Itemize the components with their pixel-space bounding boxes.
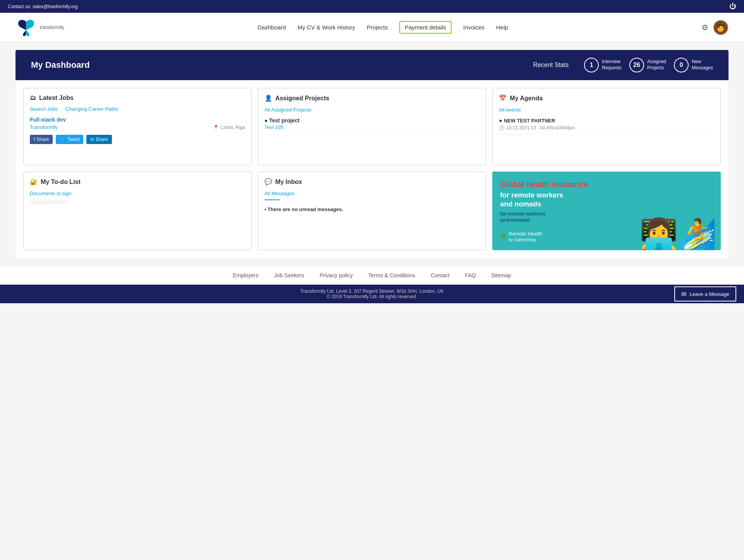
my-agenda-title: 📅 My Agenda bbox=[499, 94, 714, 102]
envelope-icon: ✉ bbox=[681, 290, 686, 297]
safetywing-icon: 🌿 bbox=[500, 234, 506, 239]
top-bar: Contact us: sales@tranformify.org ⏻ bbox=[0, 0, 744, 13]
logo-area: transformify bbox=[15, 17, 64, 38]
footer-privacy[interactable]: Privacy policy bbox=[320, 272, 353, 278]
ad-illustration: 👩‍💻🏄 bbox=[639, 219, 717, 250]
stat-badges: 1 InterviewRequests 26 AssignedProjects … bbox=[584, 58, 713, 72]
facebook-share-button[interactable]: f Share bbox=[30, 135, 53, 144]
agenda-time: 🕐 10.11.2021 13 : 00 Africa/Abidjan bbox=[499, 125, 714, 131]
nav-projects[interactable]: Projects bbox=[367, 24, 388, 31]
briefcase-icon: 🗂 bbox=[30, 94, 36, 101]
footer-address: Transformify Ltd. Level 3, 207 Regent St… bbox=[4, 289, 740, 294]
contact-text: Contact us: sales@tranformify.org bbox=[8, 4, 78, 9]
main-content: 🗂 Latest Jobs Search Jobs Changing Caree… bbox=[15, 80, 729, 258]
footer-copyright: © 2018 Transformify Ltd. All rights rese… bbox=[4, 294, 740, 299]
linkedin-share-button[interactable]: in Share bbox=[86, 135, 112, 144]
footer-terms[interactable]: Terms & Conditions bbox=[368, 272, 415, 278]
assigned-projects-card: 👤 Assigned Projects All Assigned Project… bbox=[258, 88, 486, 165]
fb-icon: f bbox=[34, 137, 35, 142]
ad-card[interactable]: Global health insurance for remote worke… bbox=[492, 172, 721, 250]
nav-dashboard[interactable]: Dashboard bbox=[258, 24, 286, 31]
bottom-grid: 🔐 My To-do List Documents to sign xxxxxx… bbox=[23, 172, 721, 250]
footer-contact[interactable]: Contact bbox=[431, 272, 449, 278]
latest-jobs-title: 🗂 Latest Jobs bbox=[30, 94, 245, 101]
all-messages-link[interactable]: All Messages bbox=[265, 191, 294, 196]
person-icon: 👤 bbox=[265, 94, 272, 102]
bullet: ● bbox=[265, 117, 269, 124]
latest-jobs-card: 🗂 Latest Jobs Search Jobs Changing Caree… bbox=[23, 88, 252, 165]
social-buttons: f Share 🐦 Tweet in Share bbox=[30, 135, 245, 144]
nav-help[interactable]: Help bbox=[496, 24, 508, 31]
stat-badge-messages: 0 NewMessages bbox=[674, 58, 713, 72]
job-title: Full-stack dev bbox=[30, 117, 245, 123]
nav-cv[interactable]: My CV & Work History bbox=[297, 24, 355, 31]
footer-sitemap[interactable]: Sitemap bbox=[491, 272, 511, 278]
no-messages: • There are no unread messages. bbox=[265, 206, 480, 212]
avatar[interactable]: 🧑 bbox=[713, 20, 729, 35]
footer-job-seekers[interactable]: Job Seekers bbox=[274, 272, 304, 278]
main-nav: Dashboard My CV & Work History Projects … bbox=[258, 21, 508, 34]
leave-message-button[interactable]: ✉ Leave a Message bbox=[674, 286, 736, 301]
messages-count: 0 bbox=[674, 58, 689, 72]
logo-text: transformify bbox=[40, 25, 64, 30]
project-sub[interactable]: Test 105 bbox=[265, 124, 480, 130]
projects-label: AssignedProjects bbox=[647, 59, 666, 71]
gear-icon[interactable]: ⚙ bbox=[701, 23, 708, 32]
dashboard-title: My Dashboard bbox=[31, 60, 90, 70]
search-jobs-link[interactable]: Search Jobs bbox=[30, 106, 58, 112]
job-company: Transformify bbox=[30, 124, 58, 130]
footer-faq[interactable]: FAQ bbox=[465, 272, 476, 278]
todo-blurred-text: xxxxxxxxxx x xxxx bbox=[30, 199, 245, 205]
location-icon: 📍 bbox=[213, 125, 219, 130]
career-paths-link[interactable]: Changing Career Paths bbox=[65, 106, 118, 112]
inbox-card: 💬 My Inbox All Messages • There are no u… bbox=[258, 172, 486, 250]
stat-badge-projects: 26 AssignedProjects bbox=[629, 58, 666, 72]
agenda-name: NEW TEST PARTNER bbox=[504, 118, 555, 124]
project-item: ● Test project Test 105 bbox=[265, 117, 480, 135]
job-meta: Transformify 📍 Latvia, Riga bbox=[30, 124, 245, 130]
todo-title: 🔐 My To-do List bbox=[30, 178, 245, 186]
inbox-title: 💬 My Inbox bbox=[265, 178, 480, 186]
recent-stats-label: Recent Stats bbox=[533, 62, 569, 69]
todo-list-card: 🔐 My To-do List Documents to sign xxxxxx… bbox=[23, 172, 252, 250]
latest-jobs-links: Search Jobs Changing Career Paths bbox=[30, 106, 245, 112]
dashboard-header: My Dashboard Recent Stats 1 InterviewReq… bbox=[15, 50, 729, 80]
calendar-icon: 📅 bbox=[499, 94, 507, 102]
header: transformify Dashboard My CV & Work Hist… bbox=[0, 13, 744, 42]
twitter-share-button[interactable]: 🐦 Tweet bbox=[56, 135, 83, 144]
li-icon: in bbox=[90, 137, 94, 142]
job-location: 📍 Latvia, Riga bbox=[213, 125, 245, 130]
documents-to-sign-link[interactable]: Documents to sign bbox=[30, 191, 72, 196]
interview-label: InterviewRequests bbox=[602, 59, 622, 71]
nav-icons: ⚙ 🧑 bbox=[701, 20, 729, 35]
agenda-item: ● NEW TEST PARTNER 🕐 10.11.2021 13 : 00 … bbox=[499, 117, 714, 135]
clock-icon: 🕐 bbox=[499, 125, 505, 131]
messages-label: NewMessages bbox=[692, 59, 713, 71]
tw-icon: 🐦 bbox=[60, 137, 65, 142]
interview-count: 1 bbox=[584, 58, 599, 72]
chat-icon: 💬 bbox=[265, 178, 272, 186]
top-grid: 🗂 Latest Jobs Search Jobs Changing Caree… bbox=[23, 88, 721, 165]
key-icon: 🔐 bbox=[30, 178, 38, 186]
all-projects-link[interactable]: All Assigned Projects bbox=[265, 107, 311, 113]
project-name: Test project bbox=[269, 117, 299, 124]
footer-bottom: Transformify Ltd. Level 3, 207 Regent St… bbox=[0, 285, 744, 303]
logo-icon bbox=[15, 17, 37, 38]
ad-sub-text: for remote workersand nomads bbox=[500, 191, 713, 209]
projects-count: 26 bbox=[629, 58, 644, 72]
nav-payment[interactable]: Payment details bbox=[399, 21, 452, 34]
footer-employers[interactable]: Employers bbox=[233, 272, 258, 278]
all-events-link[interactable]: All events bbox=[499, 107, 521, 113]
stat-badge-interview: 1 InterviewRequests bbox=[584, 58, 622, 72]
ad-main-text: Global health insurance bbox=[500, 179, 713, 189]
assigned-projects-title: 👤 Assigned Projects bbox=[265, 94, 480, 102]
my-agenda-card: 📅 My Agenda All events ● NEW TEST PARTNE… bbox=[492, 88, 721, 165]
footer-links: Employers Job Seekers Privacy policy Ter… bbox=[0, 266, 744, 285]
power-icon[interactable]: ⏻ bbox=[729, 2, 736, 10]
agenda-bullet: ● bbox=[499, 117, 503, 124]
nav-invoices[interactable]: Invoices bbox=[463, 24, 485, 31]
